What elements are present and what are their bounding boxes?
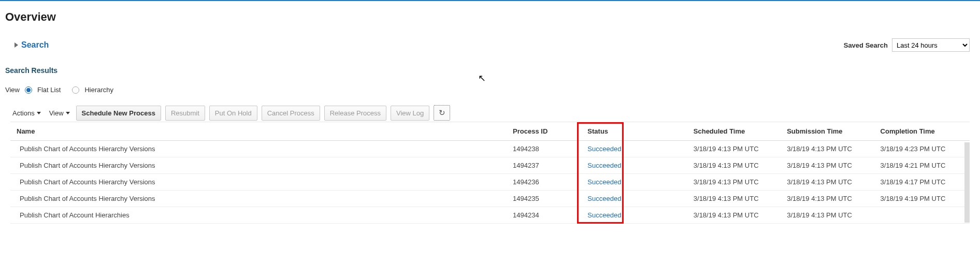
cell-scheduled-time: 3/18/19 4:13 PM UTC	[689, 191, 783, 207]
cell-name: Publish Chart of Accounts Hierarchy Vers…	[10, 174, 509, 191]
radio-flat-list[interactable]	[25, 86, 32, 94]
release-process-button[interactable]: Release Process	[324, 106, 386, 121]
actions-menu[interactable]: Actions	[10, 106, 43, 120]
table-row[interactable]: Publish Chart of Accounts Hierarchy Vers…	[10, 141, 970, 157]
scrollbar[interactable]	[964, 142, 970, 223]
cell-completion-time: 3/18/19 4:17 PM UTC	[876, 174, 970, 191]
cell-name: Publish Chart of Accounts Hierarchy Vers…	[10, 141, 509, 157]
status-link[interactable]: Succeeded	[587, 145, 621, 153]
cell-process-id: 1494235	[509, 191, 583, 207]
schedule-new-process-button[interactable]: Schedule New Process	[76, 106, 161, 121]
cell-submission-time: 3/18/19 4:13 PM UTC	[783, 174, 876, 191]
cell-scheduled-time: 3/18/19 4:13 PM UTC	[689, 207, 783, 224]
col-header-name[interactable]: Name	[10, 122, 509, 141]
table-row[interactable]: Publish Chart of Account Hierarchies1494…	[10, 207, 970, 224]
search-results-heading: Search Results	[5, 66, 975, 75]
results-table: Name Process ID Status Scheduled Time Su…	[10, 122, 970, 224]
table-row[interactable]: Publish Chart of Accounts Hierarchy Vers…	[10, 191, 970, 207]
cell-submission-time: 3/18/19 4:13 PM UTC	[783, 191, 876, 207]
view-label: View	[5, 86, 20, 94]
cell-completion-time: 3/18/19 4:19 PM UTC	[876, 191, 970, 207]
cell-scheduled-time: 3/18/19 4:13 PM UTC	[689, 157, 783, 174]
cell-scheduled-time: 3/18/19 4:13 PM UTC	[689, 141, 783, 157]
cell-submission-time: 3/18/19 4:13 PM UTC	[783, 207, 876, 224]
results-table-wrap: Name Process ID Status Scheduled Time Su…	[10, 122, 970, 224]
cell-name: Publish Chart of Account Hierarchies	[10, 207, 509, 224]
col-header-completion-time[interactable]: Completion Time	[876, 122, 970, 141]
page-title: Overview	[5, 10, 975, 24]
resubmit-button[interactable]: Resubmit	[165, 106, 205, 121]
col-header-submission-time[interactable]: Submission Time	[783, 122, 876, 141]
col-header-status[interactable]: Status	[583, 122, 689, 141]
cancel-process-button[interactable]: Cancel Process	[262, 106, 320, 121]
status-link[interactable]: Succeeded	[587, 178, 621, 186]
search-label: Search	[21, 40, 49, 50]
radio-hierarchy[interactable]	[72, 86, 79, 94]
cell-completion-time	[876, 207, 970, 224]
triangle-right-icon	[15, 42, 18, 48]
search-collapse-toggle[interactable]: Search	[15, 40, 49, 50]
put-on-hold-button[interactable]: Put On Hold	[209, 106, 257, 121]
cell-completion-time: 3/18/19 4:23 PM UTC	[876, 141, 970, 157]
cell-name: Publish Chart of Accounts Hierarchy Vers…	[10, 157, 509, 174]
cell-submission-time: 3/18/19 4:13 PM UTC	[783, 157, 876, 174]
status-link[interactable]: Succeeded	[587, 211, 621, 219]
saved-search-label: Saved Search	[844, 41, 888, 49]
refresh-icon: ↻	[439, 108, 445, 118]
cell-process-id: 1494238	[509, 141, 583, 157]
cell-process-id: 1494237	[509, 157, 583, 174]
cell-process-id: 1494236	[509, 174, 583, 191]
view-menu[interactable]: View	[47, 106, 72, 120]
cell-submission-time: 3/18/19 4:13 PM UTC	[783, 141, 876, 157]
cell-name: Publish Chart of Accounts Hierarchy Vers…	[10, 191, 509, 207]
status-link[interactable]: Succeeded	[587, 162, 621, 169]
cell-scheduled-time: 3/18/19 4:13 PM UTC	[689, 174, 783, 191]
cell-completion-time: 3/18/19 4:21 PM UTC	[876, 157, 970, 174]
table-row[interactable]: Publish Chart of Accounts Hierarchy Vers…	[10, 157, 970, 174]
col-header-scheduled-time[interactable]: Scheduled Time	[689, 122, 783, 141]
table-row[interactable]: Publish Chart of Accounts Hierarchy Vers…	[10, 174, 970, 191]
refresh-button[interactable]: ↻	[434, 105, 450, 121]
caret-down-icon	[66, 112, 70, 114]
saved-search-select[interactable]: Last 24 hours	[892, 38, 970, 52]
caret-down-icon	[37, 112, 41, 114]
radio-hierarchy-label: Hierarchy	[84, 86, 113, 94]
cell-process-id: 1494234	[509, 207, 583, 224]
view-log-button[interactable]: View Log	[391, 106, 429, 121]
radio-flat-list-label: Flat List	[37, 86, 61, 94]
col-header-process-id[interactable]: Process ID	[509, 122, 583, 141]
status-link[interactable]: Succeeded	[587, 195, 621, 202]
